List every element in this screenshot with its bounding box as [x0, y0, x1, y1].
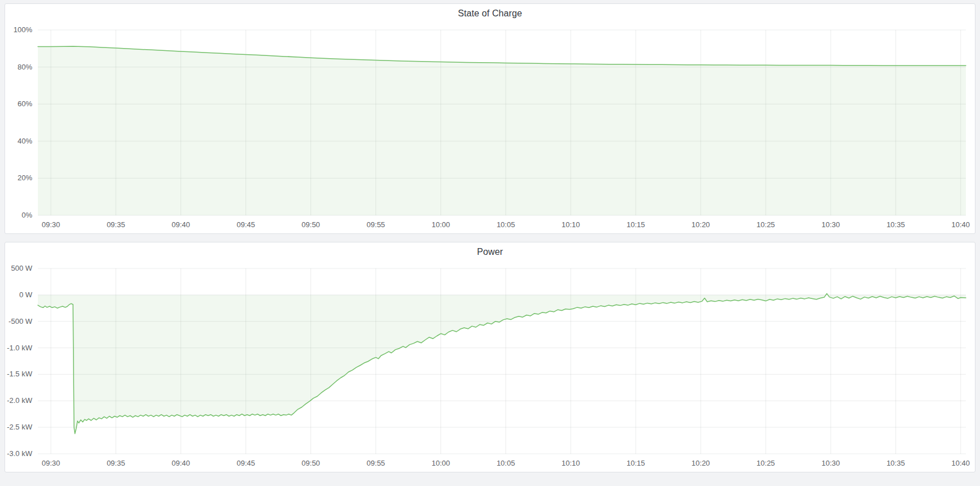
svg-text:500 W: 500 W: [11, 264, 32, 272]
panel-title-power[interactable]: Power: [5, 242, 975, 262]
svg-text:-2.0 kW: -2.0 kW: [7, 396, 33, 405]
svg-text:100%: 100%: [14, 25, 33, 34]
svg-text:09:45: 09:45: [236, 220, 255, 229]
svg-text:-500 W: -500 W: [8, 317, 33, 326]
svg-text:10:00: 10:00: [431, 220, 450, 229]
panel-power: Power 500 W0 W-500 W-1.0 kW-1.5 kW-2.0 k…: [5, 242, 975, 472]
svg-text:10:35: 10:35: [887, 459, 905, 467]
svg-text:09:30: 09:30: [42, 220, 61, 229]
svg-text:20%: 20%: [18, 173, 32, 182]
svg-text:09:35: 09:35: [107, 459, 126, 467]
svg-text:09:55: 09:55: [366, 220, 385, 229]
svg-text:-3.0 kW: -3.0 kW: [7, 449, 33, 458]
svg-text:10:40: 10:40: [952, 459, 970, 467]
svg-text:0 W: 0 W: [19, 290, 33, 299]
svg-text:10:25: 10:25: [757, 220, 775, 229]
svg-text:10:00: 10:00: [431, 459, 450, 467]
svg-text:09:45: 09:45: [236, 459, 255, 467]
svg-text:09:40: 09:40: [172, 220, 191, 229]
svg-text:10:20: 10:20: [692, 459, 710, 467]
svg-text:09:30: 09:30: [42, 459, 61, 467]
state-of-charge-chart[interactable]: 100%80%60%40%20%0%09:3009:3509:4009:4509…: [5, 23, 975, 233]
svg-text:10:10: 10:10: [562, 220, 580, 229]
svg-text:10:40: 10:40: [952, 220, 970, 229]
svg-text:80%: 80%: [18, 63, 32, 71]
svg-text:10:30: 10:30: [822, 459, 840, 467]
panel-state-of-charge: State of Charge 100%80%60%40%20%0%09:300…: [5, 3, 975, 234]
svg-text:-1.0 kW: -1.0 kW: [7, 344, 33, 352]
svg-text:09:50: 09:50: [301, 459, 320, 467]
svg-text:0%: 0%: [21, 211, 32, 219]
svg-text:10:35: 10:35: [887, 220, 905, 229]
svg-text:-2.5 kW: -2.5 kW: [7, 423, 33, 431]
panel-title-state-of-charge[interactable]: State of Charge: [5, 4, 975, 23]
svg-text:-1.5 kW: -1.5 kW: [7, 370, 33, 378]
svg-text:10:15: 10:15: [627, 459, 645, 467]
svg-text:60%: 60%: [18, 99, 32, 108]
power-chart[interactable]: 500 W0 W-500 W-1.0 kW-1.5 kW-2.0 kW-2.5 …: [5, 262, 975, 472]
svg-text:10:30: 10:30: [822, 220, 840, 229]
svg-text:10:05: 10:05: [497, 459, 515, 467]
svg-text:40%: 40%: [18, 137, 32, 145]
svg-text:10:25: 10:25: [757, 459, 775, 467]
svg-text:10:05: 10:05: [497, 220, 515, 229]
svg-text:09:50: 09:50: [301, 220, 320, 229]
svg-text:09:55: 09:55: [366, 459, 385, 467]
svg-text:10:10: 10:10: [562, 459, 580, 467]
svg-text:10:15: 10:15: [627, 220, 645, 229]
svg-text:09:40: 09:40: [172, 459, 191, 467]
svg-text:10:20: 10:20: [692, 220, 710, 229]
svg-text:09:35: 09:35: [107, 220, 126, 229]
